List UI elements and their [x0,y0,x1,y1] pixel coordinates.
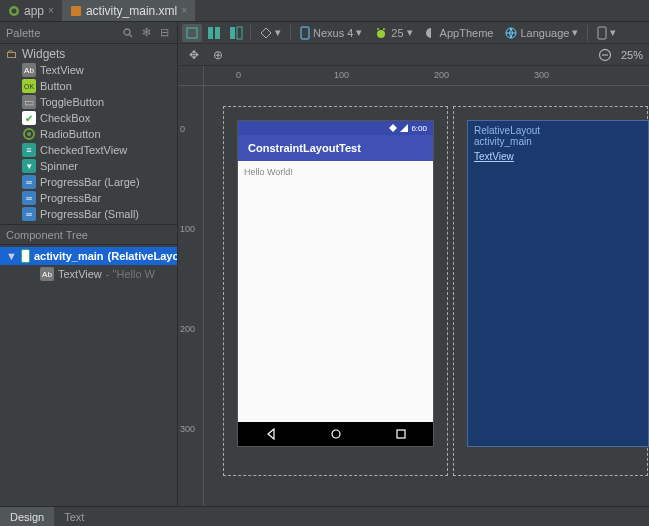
component-tree: ▼ ⊞ activity_main (RelativeLayout) Ab Te… [0,245,177,506]
palette-item-radiobutton[interactable]: RadioButton [0,126,177,142]
palette-list: 🗀 Widgets AbTextView OKButton ▭ToggleBut… [0,44,177,225]
tab-activity-main[interactable]: activity_main.xml × [62,0,195,21]
tree-title: Component Tree [6,229,88,241]
svg-rect-8 [208,27,213,39]
language-dropdown[interactable]: Language▾ [500,24,583,42]
tree-root-type: (RelativeLayout) [108,250,177,262]
tab-text[interactable]: Text [54,507,94,526]
category-label: Widgets [22,47,65,61]
progress-icon: ═ [22,207,36,221]
svg-point-6 [27,132,31,136]
palette-item-progressbar-large[interactable]: ═ProgressBar (Large) [0,174,177,190]
palette-item-togglebutton[interactable]: ▭ToggleButton [0,94,177,110]
tab-label: activity_main.xml [86,4,177,18]
svg-point-24 [332,430,340,438]
palette-item-label: ProgressBar [40,192,101,204]
file-tabs: app × activity_main.xml × [0,0,649,22]
status-time: 6:00 [411,124,427,133]
svg-point-14 [377,30,385,38]
progress-icon: ═ [22,191,36,205]
svg-marker-23 [268,429,274,439]
tree-child-hint: - "Hello W [106,268,155,280]
search-icon[interactable] [121,26,135,40]
close-icon[interactable]: × [181,5,187,16]
ruler-horizontal: 0 100 200 300 [204,66,649,86]
tab-design[interactable]: Design [0,507,54,526]
pan-icon[interactable]: ✥ [184,46,204,64]
palette-title: Palette [6,27,40,39]
module-icon [8,5,20,17]
svg-point-15 [377,28,379,30]
palette-category-widgets[interactable]: 🗀 Widgets [0,46,177,62]
svg-rect-9 [215,27,220,39]
zoom-toolbar: ✥ ⊕ 25% [178,44,649,66]
device-preview[interactable]: 6:00 ConstraintLayoutTest Hello World! [238,121,433,446]
progress-icon: ═ [22,175,36,189]
svg-marker-12 [261,28,271,38]
blueprint-textview-label[interactable]: TextView [468,151,648,162]
svg-marker-22 [400,124,408,132]
palette-item-checkbox[interactable]: ✔CheckBox [0,110,177,126]
tab-app[interactable]: app × [0,0,62,21]
api-dropdown[interactable]: 25▾ [369,24,417,42]
nav-recent-icon [395,428,407,440]
palette-item-button[interactable]: OKButton [0,78,177,94]
palette-item-label: Spinner [40,160,78,172]
design-canvas[interactable]: 0 100 200 300 0 100 200 300 6:00 [178,66,649,506]
svg-rect-11 [237,27,242,39]
gear-icon[interactable]: ✻ [139,26,153,40]
svg-rect-13 [301,27,309,39]
radio-icon [22,127,36,141]
zoom-value[interactable]: 25% [621,49,643,61]
wifi-icon [389,124,397,132]
hello-text: Hello World! [244,167,293,177]
svg-line-4 [130,34,133,37]
folder-icon: 🗀 [6,47,18,61]
app-title: ConstraintLayoutTest [248,142,361,154]
svg-rect-2 [71,6,81,16]
design-toolbar: ▾ Nexus 4▾ 25▾ AppTheme Language▾ ▾ [178,22,649,44]
palette-item-label: CheckBox [40,112,90,124]
tree-item-root[interactable]: ▼ ⊞ activity_main (RelativeLayout) [0,247,177,265]
autoconnect-icon[interactable]: ⊕ [208,46,228,64]
palette-item-checkedtextview[interactable]: ≡CheckedTextView [0,142,177,158]
textview-icon: Ab [40,267,54,281]
layout-icon: ⊞ [21,249,30,263]
view-mode-design-icon[interactable] [182,24,202,42]
palette-item-label: ToggleButton [40,96,104,108]
palette-header: Palette ✻ ⊟ [0,22,177,44]
palette-item-progressbar-small[interactable]: ═ProgressBar (Small) [0,206,177,222]
palette-item-progressbar[interactable]: ═ProgressBar [0,190,177,206]
button-icon: OK [22,79,36,93]
signal-icon [400,124,408,132]
collapse-icon[interactable]: ⊟ [157,26,171,40]
app-bar: ConstraintLayoutTest [238,135,433,161]
variant-dropdown[interactable]: ▾ [592,24,621,42]
nav-bar [238,422,433,446]
nav-home-icon [330,428,342,440]
palette-item-label: ProgressBar (Large) [40,176,140,188]
component-tree-header: Component Tree [0,225,177,245]
close-icon[interactable]: × [48,5,54,16]
svg-point-3 [124,29,130,35]
svg-rect-19 [598,27,606,39]
palette-item-label: Button [40,80,72,92]
xml-file-icon [70,5,82,17]
svg-rect-7 [187,28,197,38]
tree-item-textview[interactable]: Ab TextView - "Hello W [0,265,177,283]
device-dropdown[interactable]: Nexus 4▾ [295,24,367,42]
svg-point-1 [12,8,17,13]
ruler-corner [178,66,204,86]
toggle-icon: ▭ [22,95,36,109]
svg-rect-25 [397,430,405,438]
zoom-fit-icon[interactable] [595,46,615,64]
orientation-dropdown[interactable]: ▾ [255,24,286,42]
theme-dropdown[interactable]: AppTheme [420,24,499,42]
palette-item-textview[interactable]: AbTextView [0,62,177,78]
tab-label: app [24,4,44,18]
view-mode-blueprint-icon[interactable] [204,24,224,42]
blueprint-preview[interactable]: RelativeLayout activity_main TextView [468,121,648,446]
palette-item-spinner[interactable]: ▾Spinner [0,158,177,174]
palette-item-label: RadioButton [40,128,101,140]
view-mode-both-icon[interactable] [226,24,246,42]
